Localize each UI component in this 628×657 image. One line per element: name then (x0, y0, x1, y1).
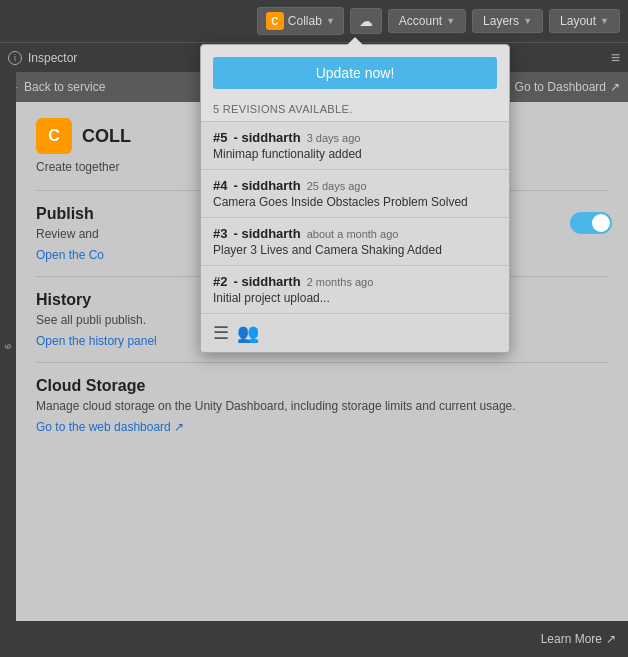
list-view-icon[interactable]: ☰ (213, 322, 229, 344)
collab-button[interactable]: C Collab ▼ (257, 7, 344, 35)
layers-button[interactable]: Layers ▼ (472, 9, 543, 33)
collab-icon-text: C (271, 16, 278, 27)
back-to-service-button[interactable]: ← Back to service (8, 80, 105, 94)
inspector-left: i Inspector (8, 51, 77, 65)
goto-label: Go to Dashboard (515, 80, 606, 94)
learn-more-external-icon: ↗ (606, 632, 616, 646)
cloud-button[interactable]: ☁ (350, 8, 382, 34)
open-history-panel-link[interactable]: Open the history panel (36, 334, 157, 348)
revision-2-date: 2 months ago (307, 276, 374, 288)
layout-label: Layout (560, 14, 596, 28)
account-button[interactable]: Account ▼ (388, 9, 466, 33)
cloud-link-icon: ↗ (174, 420, 184, 434)
bottom-bar: Learn More ↗ (0, 621, 628, 657)
external-link-icon: ↗ (610, 80, 620, 94)
revision-5-desc: Minimap functionality added (213, 147, 497, 161)
info-icon: i (8, 51, 22, 65)
layout-button[interactable]: Layout ▼ (549, 9, 620, 33)
revisions-dropdown: Update now! 5 REVISIONS AVAILABLE. #5 - … (200, 44, 510, 353)
revisions-label: 5 REVISIONS AVAILABLE. (201, 99, 509, 121)
revision-3-date: about a month ago (307, 228, 399, 240)
revision-5-date: 3 days ago (307, 132, 361, 144)
cloud-link-text: Go to the web dashboard (36, 420, 171, 434)
revision-4-author: - siddharth (233, 178, 300, 193)
collab-icon: C (266, 12, 284, 30)
dropdown-arrow-up (347, 37, 363, 45)
collab-logo: C (36, 118, 72, 154)
revision-item-5[interactable]: #5 - siddharth 3 days ago Minimap functi… (201, 121, 509, 169)
top-bar: C Collab ▼ ☁ Account ▼ Layers ▼ Layout ▼ (0, 0, 628, 42)
revision-5-number: #5 (213, 130, 227, 145)
revision-item-2[interactable]: #2 - siddharth 2 months ago Initial proj… (201, 265, 509, 313)
account-label: Account (399, 14, 442, 28)
toggle-knob (592, 214, 610, 232)
revision-item-2-header: #2 - siddharth 2 months ago (213, 274, 497, 289)
layers-label: Layers (483, 14, 519, 28)
cloud-storage-desc: Manage cloud storage on the Unity Dashbo… (36, 399, 608, 413)
revision-3-number: #3 (213, 226, 227, 241)
collab-title: COLL (82, 126, 131, 147)
group-view-icon[interactable]: 👥 (237, 322, 259, 344)
collab-logo-text: C (48, 127, 60, 145)
collab-toggle-row (570, 212, 612, 234)
revision-4-date: 25 days ago (307, 180, 367, 192)
goto-dashboard-button[interactable]: Go to Dashboard ↗ (515, 80, 620, 94)
revision-4-desc: Camera Goes Inside Obstacles Problem Sol… (213, 195, 497, 209)
inspector-label: Inspector (28, 51, 77, 65)
revision-3-desc: Player 3 Lives and Camera Shaking Added (213, 243, 497, 257)
menu-icon[interactable]: ≡ (611, 49, 620, 67)
dropdown-footer: ☰ 👥 (201, 313, 509, 352)
collab-dropdown-arrow: ▼ (326, 16, 335, 26)
revision-item-4-header: #4 - siddharth 25 days ago (213, 178, 497, 193)
cloud-icon: ☁ (359, 13, 373, 29)
top-bar-left: C Collab ▼ ☁ Account ▼ Layers ▼ Layout ▼ (8, 7, 620, 35)
left-panel-number: 9 (3, 344, 13, 349)
revision-2-author: - siddharth (233, 274, 300, 289)
revision-5-author: - siddharth (233, 130, 300, 145)
divider-3 (36, 362, 608, 363)
account-dropdown-arrow: ▼ (446, 16, 455, 26)
learn-more-text: Learn More (541, 632, 602, 646)
back-label: Back to service (24, 80, 105, 94)
update-now-button[interactable]: Update now! (213, 57, 497, 89)
collab-label: Collab (288, 14, 322, 28)
revision-4-number: #4 (213, 178, 227, 193)
cloud-storage-title: Cloud Storage (36, 377, 608, 395)
cloud-storage-section: Cloud Storage Manage cloud storage on th… (36, 377, 608, 434)
revision-item-3-header: #3 - siddharth about a month ago (213, 226, 497, 241)
revision-3-author: - siddharth (233, 226, 300, 241)
layers-dropdown-arrow: ▼ (523, 16, 532, 26)
revision-2-desc: Initial project upload... (213, 291, 497, 305)
open-collab-link[interactable]: Open the Co (36, 248, 104, 262)
revision-item-3[interactable]: #3 - siddharth about a month ago Player … (201, 217, 509, 265)
revision-item-5-header: #5 - siddharth 3 days ago (213, 130, 497, 145)
learn-more-link[interactable]: Learn More ↗ (541, 632, 616, 646)
left-panel-accent: 9 (0, 72, 16, 621)
collab-toggle[interactable] (570, 212, 612, 234)
cloud-dashboard-link[interactable]: Go to the web dashboard ↗ (36, 420, 184, 434)
layout-dropdown-arrow: ▼ (600, 16, 609, 26)
revision-item-4[interactable]: #4 - siddharth 25 days ago Camera Goes I… (201, 169, 509, 217)
revision-2-number: #2 (213, 274, 227, 289)
